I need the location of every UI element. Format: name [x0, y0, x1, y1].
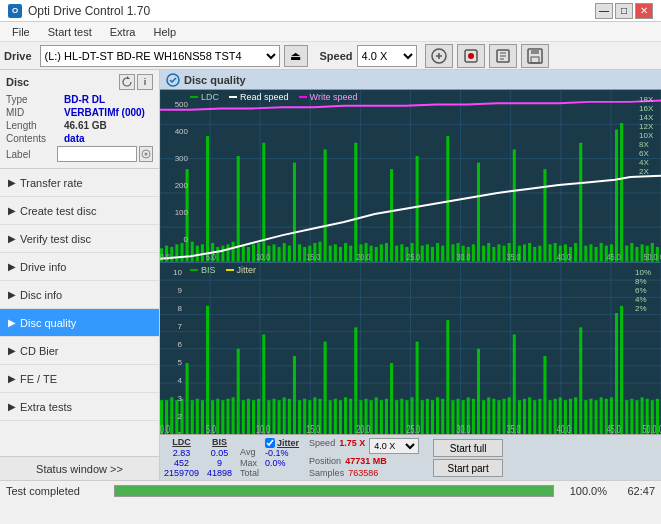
minimize-button[interactable]: — [595, 3, 613, 19]
nav-verify-test-disc[interactable]: ▶ Verify test disc [0, 225, 159, 253]
disc-refresh-icon[interactable] [119, 74, 135, 90]
svg-rect-250 [635, 400, 638, 434]
svg-rect-100 [528, 243, 531, 261]
svg-rect-39 [216, 247, 219, 262]
start-full-button[interactable]: Start full [433, 439, 503, 457]
close-button[interactable]: ✕ [635, 3, 653, 19]
svg-rect-70 [375, 247, 378, 262]
stats-total-label: Total [240, 468, 259, 478]
svg-rect-95 [503, 246, 506, 262]
stats-speed-col: Speed 1.75 X 4.0 X Position 47731 MB Sam… [309, 438, 419, 478]
legend-ldc-label: LDC [201, 92, 219, 102]
drive-select[interactable]: (L:) HL-DT-ST BD-RE WH16NS58 TST4 [40, 45, 280, 67]
nav-disc-quality[interactable]: ▶ Disc quality [0, 309, 159, 337]
svg-marker-7 [127, 76, 130, 79]
drive-action-btn3[interactable] [489, 44, 517, 68]
nav-fe-te[interactable]: ▶ FE / TE [0, 365, 159, 393]
nav-extra-tests[interactable]: ▶ Extra tests [0, 393, 159, 421]
position-value: 47731 MB [345, 456, 387, 466]
nav-extra-tests-label: Extra tests [20, 401, 72, 413]
svg-rect-177 [262, 334, 265, 434]
svg-text:50.0 GB: 50.0 GB [643, 423, 661, 434]
disc-info-icon[interactable]: i [137, 74, 153, 90]
svg-rect-219 [477, 348, 480, 434]
nav-cd-bier[interactable]: ▶ CD Bier [0, 337, 159, 365]
svg-rect-61 [329, 246, 332, 262]
disc-label-label: Label [6, 149, 57, 160]
speed-select-stats[interactable]: 4.0 X [369, 438, 419, 454]
drive-label: Drive [4, 50, 36, 62]
disc-length-value: 46.61 GB [64, 120, 107, 131]
svg-text:40.0: 40.0 [557, 252, 571, 261]
drive-action-btn2[interactable] [457, 44, 485, 68]
svg-rect-229 [528, 397, 531, 434]
menu-file[interactable]: File [4, 25, 38, 39]
svg-rect-62 [334, 244, 337, 261]
legend-jitter-dot [226, 269, 234, 271]
jitter-checkbox[interactable] [265, 438, 275, 448]
svg-rect-72 [385, 243, 388, 261]
drive-action-btn1[interactable] [425, 44, 453, 68]
svg-rect-192 [339, 400, 342, 434]
chart-top: LDC Read speed Write speed [160, 90, 661, 263]
disc-type-label: Type [6, 94, 64, 105]
svg-rect-60 [324, 149, 327, 261]
svg-rect-199 [375, 397, 378, 434]
svg-rect-242 [595, 400, 598, 434]
svg-rect-191 [334, 398, 337, 434]
progress-area: Test completed 100.0% 62:47 [0, 480, 661, 500]
disc-label-icon[interactable] [139, 146, 153, 162]
svg-rect-181 [283, 397, 286, 434]
stats-ldc-total: 2159709 [164, 468, 199, 478]
svg-rect-212 [441, 398, 444, 434]
svg-rect-214 [451, 400, 454, 434]
disc-contents-value: data [64, 133, 85, 144]
svg-rect-99 [523, 244, 526, 261]
legend-bis-dot [190, 269, 198, 271]
disc-quality-header: Disc quality [160, 70, 661, 90]
svg-rect-239 [579, 327, 582, 434]
svg-rect-91 [482, 246, 485, 262]
svg-text:25.0: 25.0 [406, 423, 420, 434]
svg-text:40.0: 40.0 [557, 423, 571, 434]
svg-rect-94 [497, 244, 500, 261]
nav-disc-info[interactable]: ▶ Disc info [0, 281, 159, 309]
jitter-label: Jitter [277, 438, 299, 448]
speed-select-drive[interactable]: 4.0 X [357, 45, 417, 67]
svg-rect-166 [206, 305, 209, 434]
menu-extra[interactable]: Extra [102, 25, 144, 39]
nav-disc-info-label: Disc info [20, 289, 62, 301]
stats-bis-col: BIS 0.05 9 41898 [207, 437, 232, 478]
svg-rect-170 [226, 398, 229, 434]
svg-text:45.0: 45.0 [607, 252, 621, 261]
menu-start-test[interactable]: Start test [40, 25, 100, 39]
nav-transfer-rate[interactable]: ▶ Transfer rate [0, 169, 159, 197]
disc-label-input[interactable] [57, 146, 137, 162]
stats-ldc-max: 452 [174, 458, 189, 468]
status-window-button[interactable]: Status window >> [0, 456, 159, 480]
nav-items: ▶ Transfer rate ▶ Create test disc ▶ Ver… [0, 169, 159, 456]
svg-rect-112 [589, 244, 592, 261]
svg-rect-184 [298, 400, 301, 434]
maximize-button[interactable]: □ [615, 3, 633, 19]
svg-rect-183 [293, 355, 296, 434]
svg-rect-110 [579, 143, 582, 262]
eject-button[interactable]: ⏏ [284, 45, 308, 67]
menu-help[interactable]: Help [145, 25, 184, 39]
start-part-button[interactable]: Start part [433, 459, 503, 477]
nav-create-test-disc[interactable]: ▶ Create test disc [0, 197, 159, 225]
svg-rect-172 [237, 348, 240, 434]
drive-save-btn[interactable] [521, 44, 549, 68]
left-panel: Disc i Type BD-R DL MID VERBATIMf (000) … [0, 70, 160, 480]
svg-rect-165 [201, 400, 204, 434]
disc-title: Disc [6, 76, 29, 88]
svg-rect-66 [354, 143, 357, 262]
svg-rect-247 [620, 305, 623, 434]
stats-jitter-max: 0.0% [265, 458, 286, 468]
nav-drive-info[interactable]: ▶ Drive info [0, 253, 159, 281]
speed-label: Speed [320, 50, 353, 62]
stats-ldc-col: LDC 2.83 452 2159709 [164, 437, 199, 478]
svg-rect-208 [421, 400, 424, 434]
svg-rect-75 [400, 244, 403, 261]
svg-rect-117 [615, 130, 618, 262]
